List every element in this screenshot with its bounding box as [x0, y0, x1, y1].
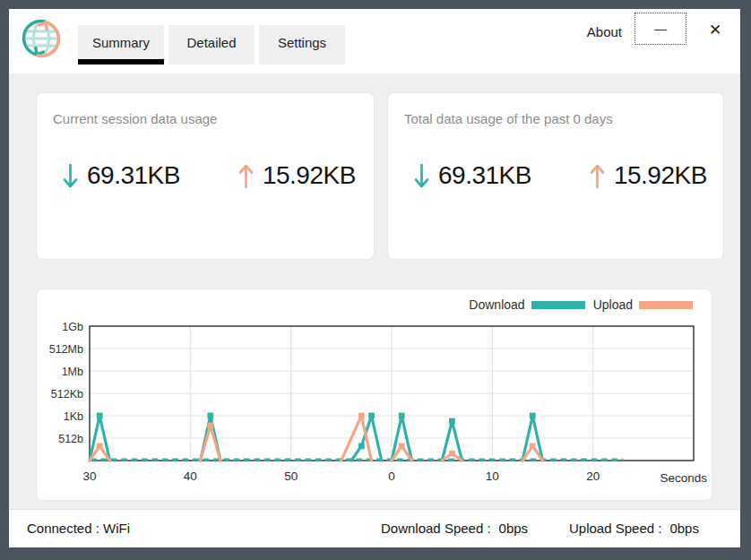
upload-marker: [358, 413, 365, 419]
download-speed-value: 0bps: [499, 521, 529, 536]
total-usage-card: Total data usage of the past 0 days 69.3…: [387, 92, 724, 260]
current-session-card: Current session data usage 69.31KB 15.92…: [36, 92, 375, 260]
app-logo-globe-icon: [18, 15, 65, 62]
minimize-button[interactable]: —: [634, 13, 686, 45]
download-marker: [368, 413, 375, 419]
tab-detailed[interactable]: Detailed: [168, 25, 255, 65]
card-title: Current session data usage: [53, 111, 217, 126]
x-axis-tick: 20: [586, 470, 600, 483]
download-marker: [207, 413, 213, 419]
session-download-value: 69.31KB: [87, 161, 180, 190]
upload-arrow-icon: [589, 163, 606, 189]
download-marker: [530, 413, 536, 419]
x-axis-label: Seconds: [660, 471, 707, 485]
title-bar: Summary Detailed Settings About — ✕: [9, 9, 740, 73]
y-axis-tick: 1Gb: [62, 321, 83, 333]
x-axis-tick: 40: [184, 470, 197, 483]
usage-values: 69.31KB 15.92KB: [62, 161, 356, 190]
total-download-value: 69.31KB: [438, 161, 531, 190]
legend-upload-swatch: [639, 301, 693, 309]
upload-speed: Upload Speed :0bps: [569, 521, 699, 536]
upload-speed-value: 0bps: [669, 521, 699, 536]
x-axis-tick: 0: [388, 470, 395, 483]
tab-summary[interactable]: Summary: [78, 25, 164, 65]
download-arrow-icon: [62, 163, 79, 189]
connection-status: Connected : WiFi: [27, 521, 130, 536]
download-marker: [449, 418, 455, 425]
download-speed-label: Download Speed :: [381, 521, 491, 536]
about-link[interactable]: About: [587, 24, 622, 39]
card-title: Total data usage of the past 0 days: [404, 111, 613, 126]
download-marker: [97, 413, 103, 419]
download-speed: Download Speed :0bps: [381, 521, 528, 536]
legend-download-label: Download: [469, 297, 524, 312]
session-upload-value: 15.92KB: [263, 161, 356, 190]
app-window: Summary Detailed Settings About — ✕ Curr…: [9, 9, 740, 547]
speed-chart: 1Gb512Mb1Mb512Kb1Kb512b30405001020Second…: [37, 289, 713, 502]
upload-marker: [399, 443, 405, 449]
x-axis-tick: 50: [284, 470, 298, 483]
close-button[interactable]: ✕: [704, 19, 726, 40]
upload-speed-label: Upload Speed :: [569, 521, 661, 536]
legend-upload-label: Upload: [593, 297, 633, 312]
x-axis-tick: 10: [486, 470, 499, 483]
chart-legend: Download Upload: [469, 297, 693, 312]
total-upload-value: 15.92KB: [614, 161, 707, 190]
status-bar: Connected : WiFi Download Speed :0bps Up…: [9, 509, 740, 547]
usage-values: 69.31KB 15.92KB: [413, 161, 707, 190]
download-arrow-icon: [413, 163, 430, 189]
upload-marker: [530, 443, 536, 449]
tab-settings[interactable]: Settings: [259, 25, 345, 65]
upload-arrow-icon: [237, 163, 255, 189]
x-axis-tick: 30: [82, 470, 96, 483]
tab-bar: Summary Detailed Settings: [78, 25, 345, 65]
y-axis-tick: 512Kb: [51, 388, 83, 401]
y-axis-tick: 1Kb: [64, 410, 83, 423]
speed-chart-card: 1Gb512Mb1Mb512Kb1Kb512b30405001020Second…: [36, 289, 712, 501]
main-content: Current session data usage 69.31KB 15.92…: [9, 73, 740, 509]
upload-marker: [207, 423, 213, 429]
upload-marker: [97, 443, 103, 449]
screen: { "header": { "tabs": [ { "label": "Summ…: [0, 0, 751, 560]
download-marker: [358, 443, 365, 449]
upload-marker: [449, 451, 455, 457]
y-axis-tick: 512Mb: [49, 343, 83, 356]
y-axis-tick: 512b: [58, 433, 83, 445]
download-marker: [399, 413, 405, 419]
legend-download-swatch: [531, 301, 585, 309]
y-axis-tick: 1Mb: [62, 366, 83, 378]
